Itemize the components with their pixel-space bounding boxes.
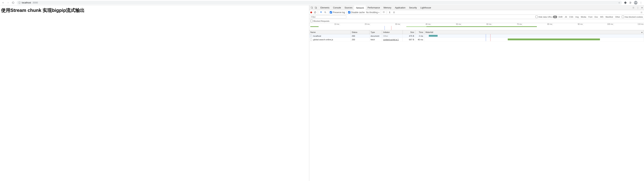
col-initiator[interactable]: Initiator (382, 30, 403, 34)
url-host: localhost (22, 1, 31, 4)
search-icon[interactable] (324, 11, 327, 14)
svg-point-8 (641, 12, 642, 13)
filter-type-font[interactable]: Font (588, 16, 593, 18)
request-status: 200 (350, 34, 370, 38)
menu-icon[interactable]: ⋮ (639, 1, 642, 4)
filter-type-css[interactable]: CSS (568, 16, 574, 18)
tab-console[interactable]: Console (331, 6, 343, 10)
request-name: localhost (313, 35, 321, 37)
col-time[interactable]: Time (415, 30, 424, 34)
reading-list-icon[interactable] (629, 1, 632, 4)
tab-network[interactable]: Network (354, 6, 366, 10)
devtools-tabs: ElementsConsoleSourcesNetworkPerformance… (309, 6, 644, 10)
address-bar[interactable]: i localhost:3000 ☆ (16, 1, 622, 5)
file-icon (310, 38, 312, 41)
filter-type-media[interactable]: Media (580, 16, 587, 18)
col-size[interactable]: Size (403, 30, 415, 34)
tab-performance[interactable]: Performance (366, 6, 382, 10)
table-row[interactable]: global-search-online.js200fetchcontent-s… (309, 38, 644, 41)
filter-type-doc[interactable]: Doc (594, 16, 599, 18)
devtools-close-icon[interactable]: ✕ (640, 7, 644, 9)
filter-bar: Hide data URLs AllXHRJSCSSImgMediaFontDo… (309, 15, 644, 19)
filter-bar-2: Blocked Requests (309, 19, 644, 23)
export-har-icon[interactable] (393, 11, 396, 14)
request-type: document (370, 34, 382, 38)
tab-security[interactable]: Security (407, 6, 418, 10)
profile-avatar[interactable]: 浩然 (634, 1, 638, 5)
filter-type-js[interactable]: JS (564, 16, 568, 18)
timeline-tick: 110 ms (614, 23, 644, 26)
request-name: global-search-online.js (313, 39, 333, 41)
filter-type-xhr[interactable]: XHR (558, 16, 564, 18)
page-heading: 使用Stream chunk 实现bigpip流式输出 (1, 7, 308, 14)
timeline-tick: 60 ms (462, 23, 492, 26)
hide-data-urls-checkbox[interactable]: Hide data URLs (536, 16, 552, 18)
network-settings-icon[interactable] (640, 11, 643, 14)
network-conditions-icon[interactable] (382, 11, 385, 14)
reload-button[interactable] (12, 1, 15, 4)
col-type[interactable]: Type (370, 30, 382, 34)
device-toggle-icon[interactable] (315, 7, 317, 9)
import-har-icon[interactable] (388, 11, 391, 14)
timeline-tick: 30 ms (370, 23, 400, 26)
waterfall-cell (424, 34, 644, 38)
request-time: 2 ms (415, 34, 424, 38)
filter-type-img[interactable]: Img (574, 16, 580, 18)
throttling-select[interactable]: No throttling▾ (366, 11, 379, 14)
file-icon (310, 35, 312, 37)
request-status: 200 (350, 38, 370, 41)
url-path: :3000 (32, 1, 38, 4)
page-content: 使用Stream chunk 实现bigpip流式输出 (0, 6, 309, 181)
timeline-tick: 40 ms (400, 23, 431, 26)
clear-icon[interactable] (314, 11, 316, 14)
request-type: fetch (370, 38, 382, 41)
timeline-tick: 100 ms (583, 23, 614, 26)
inspect-icon[interactable] (311, 7, 313, 9)
tab-sources[interactable]: Sources (343, 6, 354, 10)
extensions-icon[interactable] (624, 1, 627, 4)
col-name[interactable]: Name (309, 30, 350, 34)
network-toolbar: Preserve log Disable cache No throttling… (309, 10, 644, 15)
back-button[interactable] (2, 1, 5, 4)
filter-type-all[interactable]: All (553, 16, 557, 18)
forward-button[interactable] (6, 1, 10, 4)
svg-rect-1 (315, 7, 316, 8)
site-info-icon[interactable]: i (18, 2, 21, 4)
devtools-more-icon[interactable]: ⋮ (636, 7, 640, 9)
disable-cache-checkbox[interactable]: Disable cache (348, 11, 364, 14)
request-table-header: Name Status Type Initiator Size Time Wat… (309, 30, 644, 34)
timeline-overview[interactable]: 10 ms20 ms30 ms40 ms50 ms60 ms70 ms80 ms… (309, 23, 644, 30)
timeline-tick: 20 ms (340, 23, 370, 26)
table-row[interactable]: localhost200documentOther475 B2 ms (309, 34, 644, 38)
request-size: 475 B (403, 34, 415, 38)
tab-lighthouse[interactable]: Lighthouse (419, 6, 433, 10)
browser-toolbar: i localhost:3000 ☆ 浩然 ⋮ (0, 0, 644, 6)
tab-elements[interactable]: Elements (318, 6, 331, 10)
tab-memory[interactable]: Memory (382, 6, 393, 10)
request-initiator: Other (382, 34, 403, 38)
filter-input[interactable] (310, 15, 346, 18)
request-time: 40 ms (415, 38, 424, 41)
filter-type-manifest[interactable]: Manifest (605, 16, 614, 18)
timeline-tick: 90 ms (553, 23, 583, 26)
svg-point-5 (324, 12, 326, 13)
filter-type-other[interactable]: Other (614, 16, 621, 18)
preserve-log-checkbox[interactable]: Preserve log (330, 11, 345, 14)
timeline-tick: 10 ms (309, 23, 340, 26)
col-waterfall[interactable]: Waterfall▲ (424, 30, 644, 34)
timeline-tick: 50 ms (431, 23, 461, 26)
has-blocked-cookies-checkbox[interactable]: Has blocked cookies (622, 16, 643, 18)
svg-point-3 (633, 7, 634, 8)
col-status[interactable]: Status (350, 30, 370, 34)
record-button[interactable] (310, 12, 312, 13)
waterfall-cell (424, 38, 644, 41)
tab-application[interactable]: Application (393, 6, 408, 10)
timeline-tick: 80 ms (522, 23, 553, 26)
request-initiator: content-script.js:1 (382, 38, 403, 41)
bookmark-icon[interactable]: ☆ (618, 2, 620, 4)
devtools-settings-icon[interactable] (631, 7, 636, 9)
blocked-requests-checkbox[interactable]: Blocked Requests (310, 20, 329, 22)
filter-icon[interactable] (320, 11, 322, 14)
filter-type-ws[interactable]: WS (599, 16, 604, 18)
request-table-body: localhost200documentOther475 B2 msglobal… (309, 34, 644, 181)
